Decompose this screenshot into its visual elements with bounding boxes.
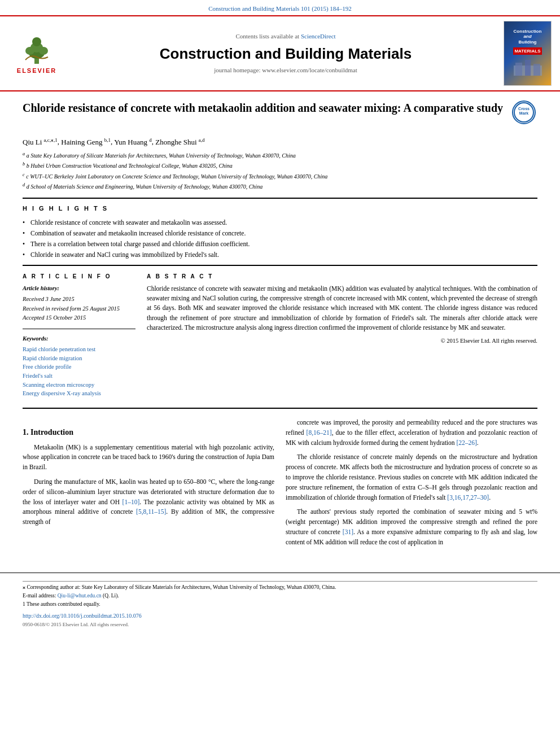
- intro-title: 1. Introduction: [23, 427, 274, 438]
- crossmark-badge[interactable]: Cross Mark: [512, 101, 537, 126]
- ref-3-16[interactable]: [3,16,17,27–30]: [447, 494, 489, 501]
- ref-8-16[interactable]: [8,16–21]: [307, 429, 332, 436]
- affiliation-a: a a State Key Laboratory of Silicate Mat…: [23, 151, 537, 160]
- svg-point-5: [39, 47, 48, 55]
- cover-materials: MATERIALS: [513, 47, 541, 55]
- abstract-col: A B S T R A C T Chloride resistance of c…: [147, 273, 537, 399]
- intro-para-1: Metakaolin (MK) is a supplementary cemen…: [23, 443, 274, 473]
- affiliation-c: c c WUT–UC Berkeley Joint Laboratory on …: [23, 172, 537, 181]
- ref-22-26[interactable]: [22–26]: [456, 439, 476, 446]
- history-label: Article history:: [23, 284, 135, 294]
- history-accepted: Accepted 15 October 2015: [23, 313, 135, 323]
- cover-illustration: [511, 57, 545, 77]
- history-received: Received 3 June 2015: [23, 295, 135, 304]
- svg-point-4: [25, 47, 34, 55]
- journal-cover: Construction and Building MATERIALS: [504, 21, 552, 86]
- affiliations: a a State Key Laboratory of Silicate Mat…: [23, 151, 537, 191]
- author-zhonghe-shui: Zhonghe Shui a,d: [155, 138, 204, 146]
- article-info-label: A R T I C L E I N F O: [23, 273, 135, 281]
- intro-para-2: During the manufacture of MK, kaolin was…: [23, 477, 274, 527]
- ref-5-8[interactable]: [5,8,11–15]: [136, 508, 166, 515]
- affiliation-b: b b Hubei Urban Construction Vocational …: [23, 161, 537, 170]
- doi-section: http://dx.doi.org/10.1016/j.conbuildmat.…: [23, 612, 537, 620]
- introduction-section: 1. Introduction Metakaolin (MK) is a sup…: [23, 427, 274, 527]
- journal-homepage: journal homepage: www.elsevier.com/locat…: [73, 66, 498, 75]
- footnotes: ⁎ Corresponding author at: State Key Lab…: [23, 581, 537, 609]
- svg-text:Mark: Mark: [519, 111, 528, 115]
- svg-rect-8: [525, 60, 531, 76]
- article-title-section: Chloride resistance of concrete with met…: [23, 101, 537, 130]
- crossmark-icon: Cross Mark: [512, 101, 536, 124]
- cover-and: and: [523, 34, 531, 39]
- highlights-section: H I G H L I G H T S Chloride resistance …: [23, 204, 537, 259]
- article-info-col: A R T I C L E I N F O Article history: R…: [23, 273, 135, 399]
- keyword-1: Rapid chloride penetration test: [23, 346, 135, 354]
- highlight-item-2: Combination of seawater and metakaolin i…: [23, 229, 537, 238]
- divider-after-highlights: [23, 265, 537, 266]
- svg-rect-9: [533, 64, 540, 76]
- email-link[interactable]: Qiu-li@whut.edu.cn: [58, 593, 102, 599]
- right-para-3: The authors' previous study reported the…: [286, 507, 537, 547]
- keyword-4: Friedel's salt: [23, 372, 135, 381]
- ref-1-10[interactable]: [1–10]: [123, 499, 140, 505]
- body-section: 1. Introduction Metakaolin (MK) is a sup…: [23, 418, 537, 552]
- highlights-list: Chloride resistance of concrete with sea…: [23, 218, 537, 259]
- right-para-1: concrete was improved, the porosity and …: [286, 418, 537, 448]
- highlight-item-4: Chloride in seawater and NaCl curing was…: [23, 250, 537, 259]
- journal-citation: Construction and Building Materials 101 …: [0, 0, 560, 15]
- footnote-1: 1 These authors contributed equally.: [23, 601, 537, 608]
- keyword-6: Energy dispersive X-ray analysis: [23, 390, 135, 398]
- abstract-label: A B S T R A C T: [147, 273, 537, 281]
- elsevier-logo-section: ELSEVIER: [6, 32, 68, 75]
- journal-header: ELSEVIER Contents lists available at Sci…: [0, 15, 560, 91]
- highlights-label: H I G H L I G H T S: [23, 204, 537, 213]
- keywords-section: Keywords: Rapid chloride penetration tes…: [23, 335, 135, 398]
- journal-title-section: Contents lists available at ScienceDirec…: [73, 32, 498, 75]
- cover-construction: Construction: [514, 29, 542, 34]
- elsevier-tree-icon: [14, 32, 59, 65]
- keyword-5: Scanning electron microscopy: [23, 381, 135, 390]
- keywords-label: Keywords:: [23, 335, 135, 343]
- doi-link[interactable]: http://dx.doi.org/10.1016/j.conbuildmat.…: [23, 613, 142, 619]
- keyword-2: Rapid chloride migration: [23, 355, 135, 363]
- abstract-text: Chloride resistance of concrete with sea…: [147, 284, 537, 333]
- divider-after-abstract: [23, 408, 537, 409]
- svg-rect-7: [515, 63, 522, 76]
- elsevier-label: ELSEVIER: [17, 67, 56, 75]
- contents-link: Contents lists available at ScienceDirec…: [73, 32, 498, 41]
- intro-body: Metakaolin (MK) is a supplementary cemen…: [23, 443, 274, 528]
- article-info-abstract: A R T I C L E I N F O Article history: R…: [23, 273, 537, 399]
- page-footer: ⁎ Corresponding author at: State Key Lab…: [0, 573, 560, 632]
- highlight-item-1: Chloride resistance of concrete with sea…: [23, 218, 537, 227]
- divider-after-affiliations: [23, 198, 537, 199]
- svg-text:Cross: Cross: [518, 107, 530, 111]
- author-yun-huang: Yun Huang d: [114, 138, 152, 146]
- divider-keywords: [23, 329, 135, 329]
- cover-building: Building: [518, 40, 536, 45]
- article-history: Article history: Received 3 June 2015 Re…: [23, 284, 135, 323]
- ref-31[interactable]: [31]: [343, 528, 353, 535]
- right-col-body: concrete was improved, the porosity and …: [286, 418, 537, 548]
- history-revised: Received in revised form 25 August 2015: [23, 304, 135, 314]
- right-para-2: The chloride resistance of concrete main…: [286, 452, 537, 503]
- author-qiu-li: Qiu Li a,c,⁎,1: [23, 138, 58, 146]
- affiliation-d: d d School of Materials Science and Engi…: [23, 182, 537, 191]
- journal-cover-image: Construction and Building MATERIALS: [504, 21, 554, 86]
- main-content: Chloride resistance of concrete with met…: [0, 91, 560, 561]
- issn-line: 0950-0618/© 2015 Elsevier Ltd. All right…: [23, 621, 537, 628]
- body-col-left: 1. Introduction Metakaolin (MK) is a sup…: [23, 418, 274, 552]
- authors-line: Qiu Li a,c,⁎,1, Haining Geng b,1, Yun Hu…: [23, 136, 537, 147]
- highlight-item-3: There is a correlation between total cha…: [23, 239, 537, 248]
- keyword-3: Free chloride profile: [23, 363, 135, 372]
- article-title: Chloride resistance of concrete with met…: [23, 101, 506, 115]
- sciencedirect-link[interactable]: ScienceDirect: [301, 33, 336, 40]
- elsevier-logo: ELSEVIER: [6, 32, 68, 75]
- body-col-right: concrete was improved, the porosity and …: [286, 418, 537, 552]
- author-haining-geng: Haining Geng b,1: [61, 138, 111, 146]
- journal-name: Construction and Building Materials: [73, 43, 498, 64]
- svg-point-3: [32, 37, 41, 46]
- email-line: E-mail address: Qiu-li@whut.edu.cn (Q. L…: [23, 592, 537, 600]
- corresponding-note: ⁎ Corresponding author at: State Key Lab…: [23, 584, 537, 591]
- copyright: © 2015 Elsevier Ltd. All rights reserved…: [147, 337, 537, 346]
